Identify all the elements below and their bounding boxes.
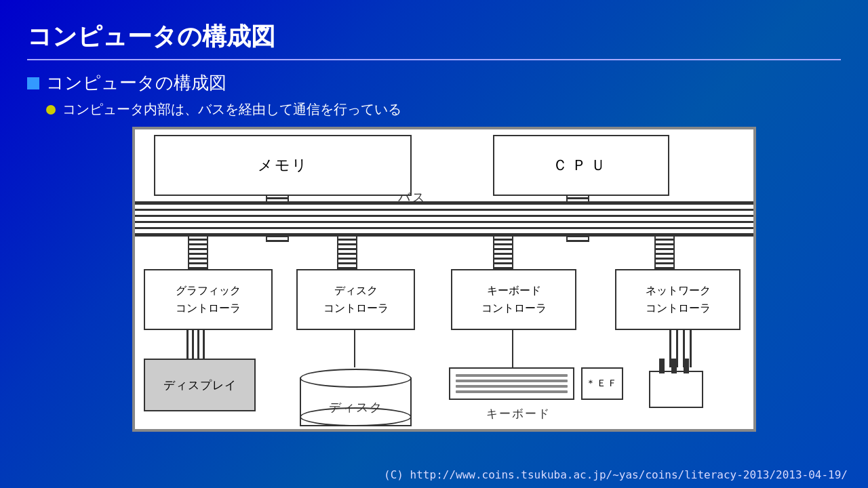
bus-stripes bbox=[134, 203, 755, 235]
network-ctrl-label: ネットワークコントローラ bbox=[646, 282, 711, 317]
vconn-disk-ctrl bbox=[337, 237, 357, 269]
bus-label: バス bbox=[398, 189, 427, 205]
graphics-ctrl-label: グラフィックコントローラ bbox=[176, 282, 241, 317]
keyboard-label: キーボード bbox=[486, 406, 551, 422]
title-area: コンピュータの構成図 bbox=[27, 20, 841, 60]
bullet-sub-text: コンピュータ内部は、バスを経由して通信を行っている bbox=[62, 100, 401, 119]
vconn-graphics bbox=[188, 237, 208, 269]
copyright: (C) http://www.coins.tsukuba.ac.jp/~yas/… bbox=[384, 468, 848, 481]
plug-prong-1 bbox=[659, 359, 665, 373]
disk-ctrl-label: ディスクコントローラ bbox=[323, 282, 389, 317]
bullet-square-icon bbox=[27, 77, 39, 89]
bullet-main-item: コンピュータの構成図 bbox=[27, 71, 841, 95]
vline-keyboard bbox=[512, 330, 513, 367]
vconn-kb-ctrl bbox=[493, 237, 513, 269]
plug-prong-2 bbox=[671, 359, 677, 373]
disk-ctrl-box: ディスクコントローラ bbox=[296, 269, 415, 330]
cpu-label: ＣＰＵ bbox=[553, 155, 610, 176]
kb-line-2 bbox=[456, 380, 568, 382]
cpu-box: ＣＰＵ bbox=[493, 135, 669, 196]
bullet-circle-icon bbox=[46, 105, 56, 115]
graphics-ctrl-box: グラフィックコントローラ bbox=[144, 269, 273, 330]
slide: コンピュータの構成図 コンピュータの構成図 コンピュータ内部は、バスを経由して通… bbox=[0, 0, 868, 488]
kb-line-1 bbox=[456, 374, 568, 377]
display-label: ディスプレイ bbox=[163, 378, 237, 393]
network-ctrl-box: ネットワークコントローラ bbox=[615, 269, 741, 330]
keyboard-ctrl-label: キーボードコントローラ bbox=[481, 282, 547, 317]
plug-prong-3 bbox=[684, 359, 689, 373]
vconn-network-ctrl bbox=[654, 237, 675, 269]
disk-label: ディスク bbox=[300, 399, 412, 415]
bullet-sub-item: コンピュータ内部は、バスを経由して通信を行っている bbox=[46, 100, 841, 119]
bullet-main-text: コンピュータの構成図 bbox=[46, 71, 226, 95]
slide-title: コンピュータの構成図 bbox=[27, 22, 275, 50]
network-plug-body bbox=[649, 371, 703, 408]
keyboard-ctrl-box: キーボードコントローラ bbox=[451, 269, 576, 330]
kb-line-4 bbox=[456, 390, 568, 393]
memory-box: メモリ bbox=[154, 135, 412, 196]
memory-label: メモリ bbox=[258, 155, 309, 176]
vline-disk bbox=[354, 330, 355, 367]
diagram: メモリ ＣＰＵ バス グラフィックコントローラ bbox=[132, 127, 756, 432]
kb-line-3 bbox=[456, 385, 568, 388]
disk-top-ellipse bbox=[300, 369, 412, 388]
keyboard-lines-box bbox=[449, 367, 574, 400]
keyboard-key-icon: ＊ＥＦ bbox=[581, 367, 623, 400]
display-box: ディスプレイ bbox=[144, 359, 256, 411]
